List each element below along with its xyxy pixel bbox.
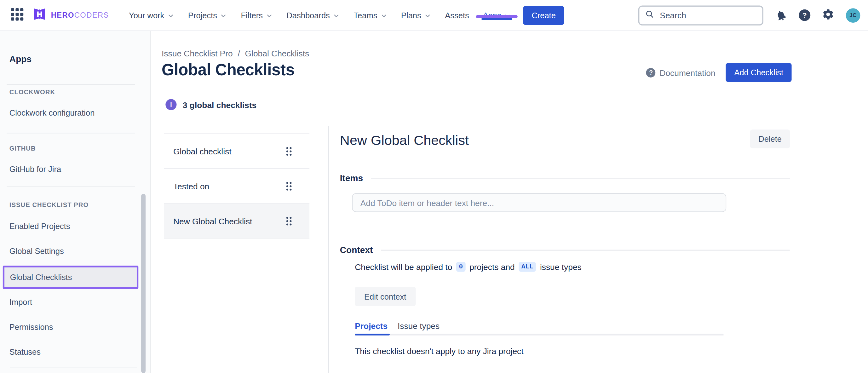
app-switcher-button[interactable]	[8, 6, 27, 25]
bell-icon	[773, 7, 789, 23]
search-input[interactable]	[659, 10, 757, 21]
drag-handle-icon[interactable]	[285, 146, 293, 156]
user-avatar[interactable]: JC	[846, 8, 861, 22]
sidebar-item-permissions[interactable]: Permissions	[9, 322, 53, 332]
breadcrumb-parent[interactable]: Issue Checklist Pro	[162, 49, 233, 58]
nav-label: Assets	[445, 11, 469, 20]
global-search[interactable]	[638, 5, 764, 25]
projects-count-badge: 0	[456, 262, 466, 272]
apps-sidebar: Apps CLOCKWORK Clockwork configuration G…	[0, 31, 151, 373]
checklist-row-global-checklist[interactable]: Global checklist	[164, 134, 309, 169]
chevron-down-icon	[424, 12, 431, 20]
context-section-header: Context	[340, 245, 790, 255]
chevron-down-icon	[220, 12, 227, 20]
documentation-link[interactable]: ? Documentation	[646, 68, 715, 77]
context-tabs: Projects Issue types	[355, 321, 439, 331]
sidebar-item-statuses[interactable]: Statuses	[9, 347, 41, 356]
question-circle-icon: ?	[646, 68, 656, 77]
topbar-spacer	[564, 0, 638, 31]
checklist-list: Global checklist Tested on New Global Ch…	[164, 133, 309, 239]
nav-label: Plans	[401, 11, 421, 20]
nav-item-teams[interactable]: Teams	[353, 11, 387, 20]
sidebar-section-clockwork: CLOCKWORK	[9, 89, 55, 95]
nav-label: Filters	[241, 11, 263, 20]
chevron-down-icon	[266, 12, 273, 20]
context-sentence-middle: projects and	[469, 262, 515, 272]
drag-handle-icon[interactable]	[285, 181, 293, 191]
sidebar-item-github-for-jira[interactable]: GitHub for Jira	[9, 165, 61, 174]
nav-item-plans[interactable]: Plans	[401, 11, 431, 20]
context-sentence-prefix: Checklist will be applied to	[355, 262, 452, 272]
sidebar-item-import[interactable]: Import	[9, 298, 32, 307]
question-circle-icon: ?	[799, 9, 810, 21]
herocoders-badge-icon	[32, 7, 47, 24]
sidebar-divider	[10, 368, 137, 368]
issue-types-badge: ALL	[519, 262, 536, 272]
chevron-down-icon	[333, 12, 340, 20]
nav-item-assets[interactable]: Assets	[445, 11, 469, 20]
herocoders-logo[interactable]: HEROCODERS	[32, 7, 109, 24]
primary-nav: Your work Projects Filters Dashboards Te…	[129, 11, 511, 20]
delete-button[interactable]: Delete	[750, 129, 790, 148]
tab-projects[interactable]: Projects	[355, 321, 388, 331]
drag-handle-icon[interactable]	[285, 216, 293, 226]
checklist-detail-panel: New Global Checklist Delete Items Contex…	[340, 129, 790, 373]
sidebar-scrollbar[interactable]	[141, 194, 146, 373]
sidebar-title: Apps	[9, 54, 32, 64]
tab-underline-track	[355, 334, 723, 335]
tab-active-indicator	[355, 334, 390, 336]
breadcrumb-separator: /	[238, 49, 240, 58]
search-icon	[645, 9, 654, 21]
notifications-button[interactable]	[775, 9, 787, 22]
nav-item-filters[interactable]: Filters	[241, 11, 273, 20]
gear-icon	[822, 8, 834, 22]
sidebar-divider	[7, 84, 135, 85]
brand-coders: CODERS	[74, 11, 109, 19]
context-sentence-suffix: issue types	[540, 262, 582, 272]
settings-button[interactable]	[822, 8, 834, 22]
page-title: Global Checklists	[162, 61, 294, 79]
topbar-left: HEROCODERS Your work Projects Filters Da…	[8, 0, 564, 31]
nav-item-dashboards[interactable]: Dashboards	[286, 11, 340, 20]
context-sentence: Checklist will be applied to 0 projects …	[355, 262, 581, 272]
panel-divider	[328, 126, 329, 373]
brand-hero: HERO	[51, 11, 74, 19]
top-navigation-bar: HEROCODERS Your work Projects Filters Da…	[0, 0, 868, 31]
edit-context-button[interactable]: Edit context	[355, 287, 415, 306]
nav-label: Teams	[353, 11, 377, 20]
brand-text: HEROCODERS	[51, 11, 109, 19]
app-viewport: HEROCODERS Your work Projects Filters Da…	[0, 0, 868, 373]
breadcrumb-current[interactable]: Global Checklists	[245, 49, 309, 58]
checklist-name: Tested on	[173, 181, 285, 191]
checklist-row-tested-on[interactable]: Tested on	[164, 169, 309, 204]
sidebar-item-enabled-projects[interactable]: Enabled Projects	[9, 222, 70, 231]
grid-icon	[9, 6, 26, 25]
nav-item-your-work[interactable]: Your work	[129, 11, 174, 20]
add-todo-input[interactable]	[352, 193, 726, 212]
sidebar-item-global-settings[interactable]: Global Settings	[9, 247, 64, 256]
checklist-row-new-global-checklist[interactable]: New Global Checklist	[164, 204, 309, 239]
checklist-detail-title: New Global Checklist	[340, 133, 469, 148]
help-button[interactable]: ?	[799, 9, 810, 21]
items-section-header: Items	[340, 173, 790, 183]
chevron-down-icon	[380, 12, 387, 20]
sidebar-section-github: GITHUB	[9, 145, 36, 152]
nav-label: Your work	[129, 11, 164, 20]
nav-item-apps[interactable]: Apps	[483, 11, 512, 20]
sidebar-item-clockwork-configuration[interactable]: Clockwork configuration	[9, 108, 95, 117]
tab-issue-types[interactable]: Issue types	[398, 321, 439, 331]
context-heading: Context	[340, 245, 373, 255]
breadcrumb: Issue Checklist Pro / Global Checklists	[162, 49, 309, 58]
sidebar-item-label: Global Checklists	[10, 273, 72, 282]
checklist-name: Global checklist	[173, 147, 285, 156]
sidebar-item-global-checklists[interactable]: Global Checklists	[3, 266, 138, 289]
nav-label: Dashboards	[286, 11, 330, 20]
create-button[interactable]: Create	[523, 6, 564, 25]
nav-item-projects[interactable]: Projects	[188, 11, 227, 20]
section-divider	[381, 249, 790, 251]
apps-active-underline	[482, 18, 512, 20]
add-checklist-button[interactable]: Add Checklist	[726, 63, 792, 82]
main-content: Issue Checklist Pro / Global Checklists …	[151, 31, 868, 373]
info-banner-text: 3 global checklists	[183, 100, 256, 109]
checklist-name: New Global Checklist	[173, 216, 285, 225]
